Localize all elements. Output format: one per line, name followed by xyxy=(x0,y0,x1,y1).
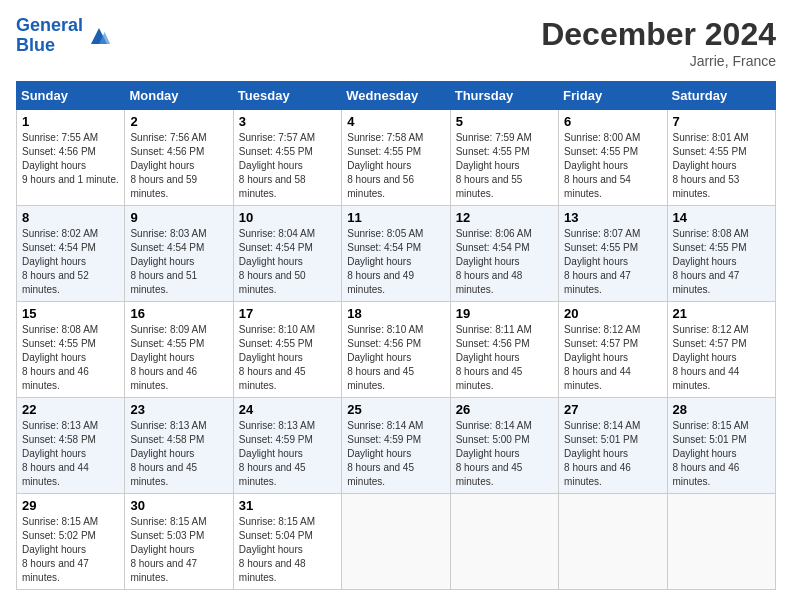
day-number: 27 xyxy=(564,402,661,417)
logo: General Blue xyxy=(16,16,111,56)
day-info: Sunrise: 8:08 AM Sunset: 4:55 PM Dayligh… xyxy=(673,227,770,297)
day-number: 24 xyxy=(239,402,336,417)
day-number: 1 xyxy=(22,114,119,129)
table-cell: 6 Sunrise: 8:00 AM Sunset: 4:55 PM Dayli… xyxy=(559,110,667,206)
table-cell: 11 Sunrise: 8:05 AM Sunset: 4:54 PM Dayl… xyxy=(342,206,450,302)
table-cell: 9 Sunrise: 8:03 AM Sunset: 4:54 PM Dayli… xyxy=(125,206,233,302)
col-wednesday: Wednesday xyxy=(342,82,450,110)
day-info: Sunrise: 8:03 AM Sunset: 4:54 PM Dayligh… xyxy=(130,227,227,297)
day-info: Sunrise: 8:08 AM Sunset: 4:55 PM Dayligh… xyxy=(22,323,119,393)
day-info: Sunrise: 8:05 AM Sunset: 4:54 PM Dayligh… xyxy=(347,227,444,297)
table-cell: 15 Sunrise: 8:08 AM Sunset: 4:55 PM Dayl… xyxy=(17,302,125,398)
table-cell: 7 Sunrise: 8:01 AM Sunset: 4:55 PM Dayli… xyxy=(667,110,775,206)
col-tuesday: Tuesday xyxy=(233,82,341,110)
day-info: Sunrise: 8:10 AM Sunset: 4:56 PM Dayligh… xyxy=(347,323,444,393)
day-info: Sunrise: 8:02 AM Sunset: 4:54 PM Dayligh… xyxy=(22,227,119,297)
table-cell: 22 Sunrise: 8:13 AM Sunset: 4:58 PM Dayl… xyxy=(17,398,125,494)
day-number: 21 xyxy=(673,306,770,321)
table-cell: 16 Sunrise: 8:09 AM Sunset: 4:55 PM Dayl… xyxy=(125,302,233,398)
day-info: Sunrise: 8:09 AM Sunset: 4:55 PM Dayligh… xyxy=(130,323,227,393)
table-cell: 23 Sunrise: 8:13 AM Sunset: 4:58 PM Dayl… xyxy=(125,398,233,494)
day-number: 11 xyxy=(347,210,444,225)
table-cell: 18 Sunrise: 8:10 AM Sunset: 4:56 PM Dayl… xyxy=(342,302,450,398)
day-number: 10 xyxy=(239,210,336,225)
table-cell: 28 Sunrise: 8:15 AM Sunset: 5:01 PM Dayl… xyxy=(667,398,775,494)
month-title: December 2024 xyxy=(541,16,776,53)
table-cell: 27 Sunrise: 8:14 AM Sunset: 5:01 PM Dayl… xyxy=(559,398,667,494)
day-number: 13 xyxy=(564,210,661,225)
col-friday: Friday xyxy=(559,82,667,110)
table-cell xyxy=(559,494,667,590)
table-cell: 26 Sunrise: 8:14 AM Sunset: 5:00 PM Dayl… xyxy=(450,398,558,494)
col-thursday: Thursday xyxy=(450,82,558,110)
table-cell: 12 Sunrise: 8:06 AM Sunset: 4:54 PM Dayl… xyxy=(450,206,558,302)
day-info: Sunrise: 8:01 AM Sunset: 4:55 PM Dayligh… xyxy=(673,131,770,201)
day-number: 8 xyxy=(22,210,119,225)
table-cell: 30 Sunrise: 8:15 AM Sunset: 5:03 PM Dayl… xyxy=(125,494,233,590)
day-number: 3 xyxy=(239,114,336,129)
day-info: Sunrise: 8:07 AM Sunset: 4:55 PM Dayligh… xyxy=(564,227,661,297)
day-number: 19 xyxy=(456,306,553,321)
day-number: 7 xyxy=(673,114,770,129)
day-number: 25 xyxy=(347,402,444,417)
table-cell: 10 Sunrise: 8:04 AM Sunset: 4:54 PM Dayl… xyxy=(233,206,341,302)
day-info: Sunrise: 8:12 AM Sunset: 4:57 PM Dayligh… xyxy=(564,323,661,393)
calendar-week-row: 29 Sunrise: 8:15 AM Sunset: 5:02 PM Dayl… xyxy=(17,494,776,590)
day-number: 28 xyxy=(673,402,770,417)
day-info: Sunrise: 8:00 AM Sunset: 4:55 PM Dayligh… xyxy=(564,131,661,201)
logo-blue: Blue xyxy=(16,35,55,55)
logo-text: General Blue xyxy=(16,16,83,56)
day-info: Sunrise: 7:57 AM Sunset: 4:55 PM Dayligh… xyxy=(239,131,336,201)
table-cell: 24 Sunrise: 8:13 AM Sunset: 4:59 PM Dayl… xyxy=(233,398,341,494)
calendar-week-row: 1 Sunrise: 7:55 AM Sunset: 4:56 PM Dayli… xyxy=(17,110,776,206)
day-number: 6 xyxy=(564,114,661,129)
calendar-table: Sunday Monday Tuesday Wednesday Thursday… xyxy=(16,81,776,590)
table-cell: 21 Sunrise: 8:12 AM Sunset: 4:57 PM Dayl… xyxy=(667,302,775,398)
calendar-header-row: Sunday Monday Tuesday Wednesday Thursday… xyxy=(17,82,776,110)
day-number: 29 xyxy=(22,498,119,513)
day-info: Sunrise: 8:14 AM Sunset: 5:00 PM Dayligh… xyxy=(456,419,553,489)
table-cell: 31 Sunrise: 8:15 AM Sunset: 5:04 PM Dayl… xyxy=(233,494,341,590)
day-number: 17 xyxy=(239,306,336,321)
day-info: Sunrise: 7:56 AM Sunset: 4:56 PM Dayligh… xyxy=(130,131,227,201)
table-cell: 20 Sunrise: 8:12 AM Sunset: 4:57 PM Dayl… xyxy=(559,302,667,398)
day-info: Sunrise: 8:12 AM Sunset: 4:57 PM Dayligh… xyxy=(673,323,770,393)
table-cell: 5 Sunrise: 7:59 AM Sunset: 4:55 PM Dayli… xyxy=(450,110,558,206)
day-number: 30 xyxy=(130,498,227,513)
calendar-week-row: 15 Sunrise: 8:08 AM Sunset: 4:55 PM Dayl… xyxy=(17,302,776,398)
col-saturday: Saturday xyxy=(667,82,775,110)
table-cell: 17 Sunrise: 8:10 AM Sunset: 4:55 PM Dayl… xyxy=(233,302,341,398)
calendar-week-row: 8 Sunrise: 8:02 AM Sunset: 4:54 PM Dayli… xyxy=(17,206,776,302)
table-cell: 25 Sunrise: 8:14 AM Sunset: 4:59 PM Dayl… xyxy=(342,398,450,494)
table-cell: 3 Sunrise: 7:57 AM Sunset: 4:55 PM Dayli… xyxy=(233,110,341,206)
table-cell xyxy=(342,494,450,590)
day-number: 12 xyxy=(456,210,553,225)
table-cell: 13 Sunrise: 8:07 AM Sunset: 4:55 PM Dayl… xyxy=(559,206,667,302)
day-info: Sunrise: 8:15 AM Sunset: 5:01 PM Dayligh… xyxy=(673,419,770,489)
day-info: Sunrise: 8:14 AM Sunset: 5:01 PM Dayligh… xyxy=(564,419,661,489)
day-info: Sunrise: 8:14 AM Sunset: 4:59 PM Dayligh… xyxy=(347,419,444,489)
day-number: 4 xyxy=(347,114,444,129)
day-number: 18 xyxy=(347,306,444,321)
day-number: 5 xyxy=(456,114,553,129)
day-info: Sunrise: 8:15 AM Sunset: 5:03 PM Dayligh… xyxy=(130,515,227,585)
header: General Blue December 2024 Jarrie, Franc… xyxy=(16,16,776,69)
table-cell xyxy=(667,494,775,590)
day-info: Sunrise: 8:15 AM Sunset: 5:02 PM Dayligh… xyxy=(22,515,119,585)
day-info: Sunrise: 8:13 AM Sunset: 4:59 PM Dayligh… xyxy=(239,419,336,489)
day-info: Sunrise: 8:11 AM Sunset: 4:56 PM Dayligh… xyxy=(456,323,553,393)
day-info: Sunrise: 8:13 AM Sunset: 4:58 PM Dayligh… xyxy=(22,419,119,489)
day-number: 14 xyxy=(673,210,770,225)
day-info: Sunrise: 7:58 AM Sunset: 4:55 PM Dayligh… xyxy=(347,131,444,201)
location: Jarrie, France xyxy=(541,53,776,69)
day-info: Sunrise: 7:59 AM Sunset: 4:55 PM Dayligh… xyxy=(456,131,553,201)
table-cell: 19 Sunrise: 8:11 AM Sunset: 4:56 PM Dayl… xyxy=(450,302,558,398)
logo-general: General xyxy=(16,15,83,35)
table-cell: 4 Sunrise: 7:58 AM Sunset: 4:55 PM Dayli… xyxy=(342,110,450,206)
table-cell xyxy=(450,494,558,590)
calendar-week-row: 22 Sunrise: 8:13 AM Sunset: 4:58 PM Dayl… xyxy=(17,398,776,494)
table-cell: 14 Sunrise: 8:08 AM Sunset: 4:55 PM Dayl… xyxy=(667,206,775,302)
table-cell: 29 Sunrise: 8:15 AM Sunset: 5:02 PM Dayl… xyxy=(17,494,125,590)
col-sunday: Sunday xyxy=(17,82,125,110)
day-number: 2 xyxy=(130,114,227,129)
